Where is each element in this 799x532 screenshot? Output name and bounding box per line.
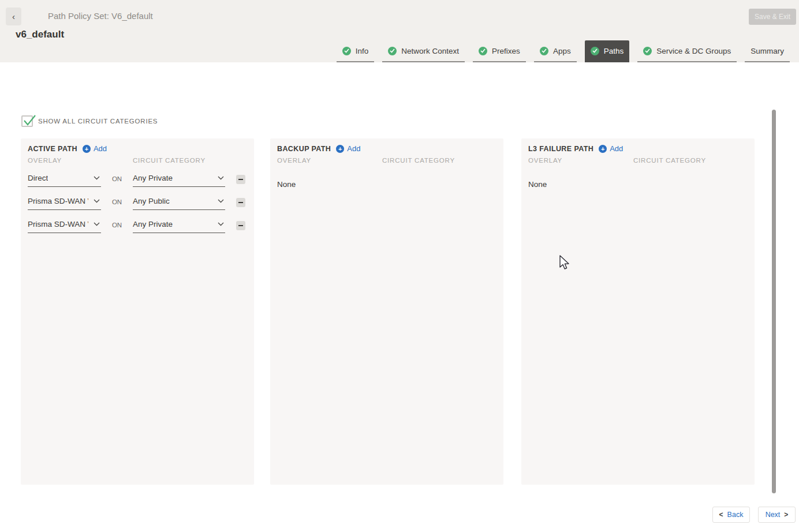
- tab-label: Prefixes: [492, 47, 520, 55]
- page-header: ‹ Path Policy Set: V6_default Save & Exi…: [0, 0, 799, 62]
- path-row: Prisma SD-WAN V ON Any Public: [28, 197, 247, 210]
- check-circle-icon: [540, 47, 548, 55]
- path-row: Prisma SD-WAN V ON Any Private: [28, 220, 247, 233]
- check-circle-icon: [643, 47, 652, 55]
- next-button[interactable]: Next >: [758, 507, 796, 523]
- column-header-overlay: OVERLAY: [28, 157, 133, 164]
- overlay-select[interactable]: Direct: [28, 174, 101, 187]
- check-circle-icon: [591, 47, 599, 55]
- circuit-category-value: Any Private: [133, 220, 173, 228]
- l3-failure-path-panel: L3 FAILURE PATH + Add OVERLAY CIRCUIT CA…: [521, 138, 755, 485]
- check-circle-icon: [388, 47, 397, 55]
- minus-icon: [238, 202, 243, 203]
- circuit-category-value: Any Private: [133, 174, 173, 182]
- tab-label: Summary: [751, 47, 784, 55]
- tab-summary[interactable]: Summary: [745, 40, 790, 62]
- chevron-down-icon: [218, 222, 224, 226]
- tab-network-context[interactable]: Network Context: [382, 40, 465, 62]
- column-header-overlay: OVERLAY: [277, 157, 382, 164]
- tab-apps[interactable]: Apps: [534, 40, 577, 62]
- path-row: Direct ON Any Private: [28, 174, 247, 187]
- active-path-add-button[interactable]: + Add: [83, 144, 107, 153]
- check-circle-icon: [342, 47, 351, 55]
- overlay-select[interactable]: Prisma SD-WAN V: [28, 220, 101, 233]
- chevron-down-icon: [218, 176, 224, 180]
- wizard-tabbar: Info Network Context Prefixes Apps Paths…: [337, 40, 790, 62]
- remove-row-button[interactable]: [236, 175, 245, 184]
- next-button-label: Next: [766, 511, 781, 519]
- plus-circle-icon: +: [599, 145, 607, 153]
- save-exit-button[interactable]: Save & Exit: [749, 9, 796, 25]
- overlay-select[interactable]: Prisma SD-WAN V: [28, 197, 101, 210]
- chevron-down-icon: [218, 199, 224, 203]
- chevron-down-icon: [94, 176, 100, 180]
- column-header-circuit-category: CIRCUIT CATEGORY: [633, 157, 706, 164]
- overlay-value: Prisma SD-WAN V: [28, 220, 88, 228]
- column-header-overlay: OVERLAY: [528, 157, 633, 164]
- tab-service-dc-groups[interactable]: Service & DC Groups: [637, 40, 737, 62]
- overlay-value: Prisma SD-WAN V: [28, 197, 88, 205]
- plus-circle-icon: +: [83, 145, 91, 153]
- remove-row-button[interactable]: [236, 221, 245, 230]
- chevron-down-icon: [94, 222, 100, 226]
- column-header-circuit-category: CIRCUIT CATEGORY: [133, 157, 206, 164]
- circuit-category-select[interactable]: Any Public: [133, 197, 225, 210]
- tab-info[interactable]: Info: [337, 40, 375, 62]
- tab-label: Apps: [553, 47, 571, 55]
- checkbox-checked-icon[interactable]: [21, 115, 33, 127]
- chevron-left-icon: <: [719, 511, 723, 519]
- active-path-panel: ACTIVE PATH + Add OVERLAY CIRCUIT CATEGO…: [21, 138, 254, 485]
- add-label: Add: [347, 144, 360, 153]
- back-button[interactable]: < Back: [712, 507, 750, 523]
- chevron-down-icon: [94, 199, 100, 203]
- empty-state-text: None: [270, 164, 503, 189]
- chevron-left-icon: ‹: [12, 12, 15, 21]
- overlay-value: Direct: [28, 174, 48, 182]
- chevron-right-icon: >: [784, 511, 788, 519]
- minus-icon: [238, 179, 243, 180]
- back-button-label: Back: [727, 511, 744, 519]
- panel-title: BACKUP PATH: [277, 145, 331, 153]
- back-nav-button[interactable]: ‹: [6, 8, 21, 25]
- circuit-category-value: Any Public: [133, 197, 170, 205]
- vertical-scrollbar-thumb[interactable]: [772, 110, 776, 493]
- on-label: ON: [101, 198, 133, 210]
- show-all-circuit-categories-toggle[interactable]: SHOW ALL CIRCUIT CATEGORIES: [21, 115, 158, 127]
- plus-circle-icon: +: [336, 145, 344, 153]
- tab-paths[interactable]: Paths: [585, 40, 630, 62]
- circuit-category-select[interactable]: Any Private: [133, 220, 225, 233]
- remove-row-button[interactable]: [236, 198, 245, 207]
- backup-path-add-button[interactable]: + Add: [336, 144, 360, 153]
- show-all-label: SHOW ALL CIRCUIT CATEGORIES: [38, 118, 158, 125]
- column-header-circuit-category: CIRCUIT CATEGORY: [382, 157, 455, 164]
- breadcrumb-title: Path Policy Set: V6_default: [48, 11, 153, 21]
- l3-failure-path-add-button[interactable]: + Add: [599, 144, 623, 153]
- panel-title: ACTIVE PATH: [28, 145, 77, 153]
- tab-label: Service & DC Groups: [656, 47, 731, 55]
- on-label: ON: [101, 175, 133, 187]
- backup-path-panel: BACKUP PATH + Add OVERLAY CIRCUIT CATEGO…: [270, 138, 503, 485]
- add-label: Add: [94, 144, 107, 153]
- add-label: Add: [610, 144, 623, 153]
- tab-prefixes[interactable]: Prefixes: [473, 40, 526, 62]
- circuit-category-select[interactable]: Any Private: [133, 174, 225, 187]
- minus-icon: [238, 225, 243, 226]
- tab-label: Info: [356, 47, 369, 55]
- page-title: v6_default: [16, 29, 64, 40]
- check-circle-icon: [479, 47, 487, 55]
- panel-title: L3 FAILURE PATH: [528, 145, 593, 153]
- on-label: ON: [101, 222, 133, 233]
- tab-label: Network Context: [401, 47, 459, 55]
- tab-label: Paths: [604, 47, 624, 55]
- empty-state-text: None: [521, 164, 755, 189]
